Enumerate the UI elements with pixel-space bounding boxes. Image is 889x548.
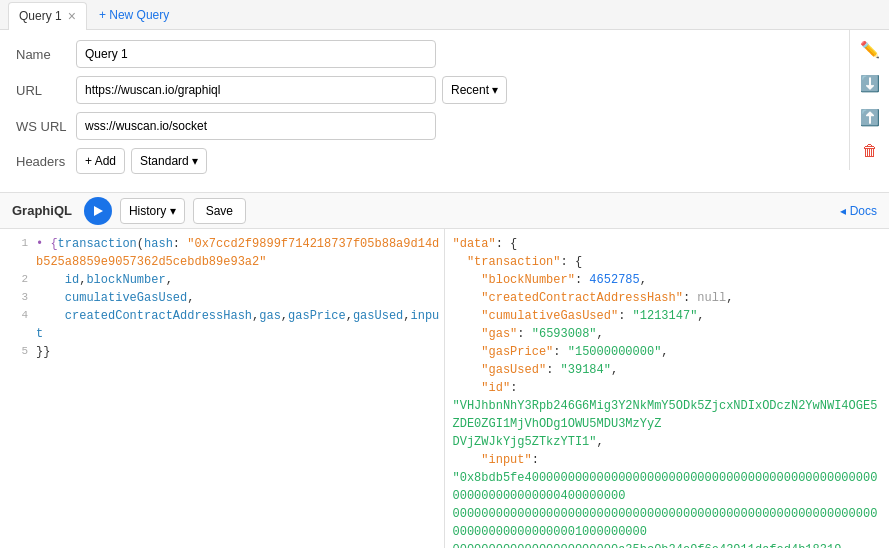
right-icon-panel: ✏️ ⬇️ ⬆️ 🗑: [849, 30, 889, 170]
save-button[interactable]: Save: [193, 198, 246, 224]
query-editor[interactable]: 1 • {transaction(hash: "0x7ccd2f9899f714…: [0, 229, 445, 548]
save-label: Save: [206, 204, 233, 218]
run-button[interactable]: [84, 197, 112, 225]
history-button[interactable]: History ▾: [120, 198, 185, 224]
new-query-button[interactable]: + New Query: [91, 8, 177, 22]
response-panel: "data": { "transaction": { "blockNumber"…: [445, 229, 890, 548]
standard-label: Standard ▾: [140, 154, 198, 168]
tab-bar: Query 1 × + New Query: [0, 0, 889, 30]
tab-close-icon[interactable]: ×: [68, 9, 76, 23]
wsurl-input[interactable]: [76, 112, 436, 140]
wsurl-label: WS URL: [16, 119, 76, 134]
add-button[interactable]: + Add: [76, 148, 125, 174]
download2-icon-button[interactable]: ⬆️: [858, 106, 882, 128]
headers-row: Headers + Add Standard ▾: [16, 148, 873, 174]
standard-button[interactable]: Standard ▾: [131, 148, 207, 174]
graphiql-label: GraphiQL: [12, 203, 72, 218]
docs-button[interactable]: ◂ Docs: [840, 204, 877, 218]
response-content: "data": { "transaction": { "blockNumber"…: [453, 235, 882, 548]
name-input[interactable]: [76, 40, 436, 68]
query-line-4: 4 createdContractAddressHash,gas,gasPric…: [0, 307, 444, 343]
graphiql-toolbar: GraphiQL History ▾ Save ◂ Docs: [0, 193, 889, 229]
editor-container: 1 • {transaction(hash: "0x7ccd2f9899f714…: [0, 229, 889, 548]
form-area: Name URL Recent ▾ WS URL Headers + Add S…: [0, 30, 889, 193]
url-label: URL: [16, 83, 76, 98]
line-number: 2: [4, 271, 28, 288]
name-label: Name: [16, 47, 76, 62]
line-number: 3: [4, 289, 28, 306]
add-label: + Add: [85, 154, 116, 168]
line-number: 5: [4, 343, 28, 360]
line-number: 1: [4, 235, 28, 252]
tab-label: Query 1: [19, 9, 62, 23]
trash-icon-button[interactable]: 🗑: [858, 140, 882, 162]
query-line-5: 5 }}: [0, 343, 444, 361]
headers-label: Headers: [16, 154, 76, 169]
query-line-3: 3 cumulativeGasUsed,: [0, 289, 444, 307]
edit-icon-button[interactable]: ✏️: [858, 38, 882, 60]
wsurl-row: WS URL: [16, 112, 873, 140]
query-line-1: 1 • {transaction(hash: "0x7ccd2f9899f714…: [0, 235, 444, 271]
recent-label: Recent ▾: [451, 83, 498, 97]
url-row: URL Recent ▾: [16, 76, 873, 104]
tab-query1[interactable]: Query 1 ×: [8, 2, 87, 30]
new-query-label: + New Query: [99, 8, 169, 22]
recent-button[interactable]: Recent ▾: [442, 76, 507, 104]
query-line-2: 2 id,blockNumber,: [0, 271, 444, 289]
download1-icon-button[interactable]: ⬇️: [858, 72, 882, 94]
url-input[interactable]: [76, 76, 436, 104]
line-number: 4: [4, 307, 28, 324]
history-label: History ▾: [129, 204, 176, 218]
name-row: Name: [16, 40, 873, 68]
